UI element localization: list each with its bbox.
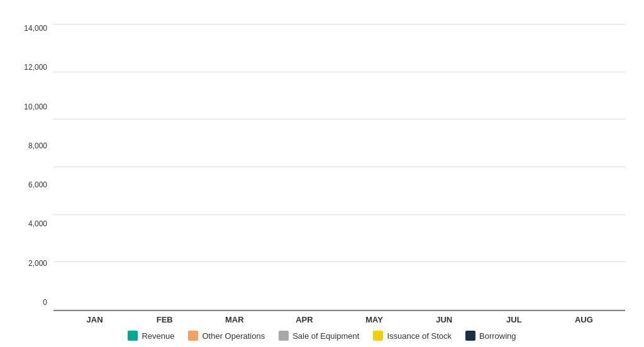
y-axis-label: 0 [43,298,47,307]
legend-item: Sale of Equipment [279,331,359,341]
x-axis-label: APR [282,315,326,324]
legend-item: Other Operations [188,331,265,341]
y-axis-label: 14,000 [24,24,47,33]
x-axis-label: JUL [492,315,536,324]
y-axis-label: 8,000 [28,141,47,150]
legend: RevenueOther OperationsSale of Equipment… [128,331,516,341]
legend-color-issuance_of_stock [373,331,383,341]
y-axis-label: 2,000 [28,259,47,268]
chart-container: 14,00012,00010,0008,0006,0004,0002,0000 … [0,0,644,347]
x-axis-label: FEB [143,315,187,324]
x-axis-label: MAY [352,315,396,324]
legend-item: Borrowing [465,331,516,341]
x-axis-label: JUN [422,315,466,324]
legend-item: Revenue [128,331,174,341]
y-axis-label: 4,000 [28,219,47,228]
y-axis-label: 12,000 [24,63,47,72]
x-axis-label: JAN [73,315,117,324]
legend-color-other_operations [188,331,198,341]
legend-label: Borrowing [479,331,516,341]
y-axis: 14,00012,00010,0008,0006,0004,0002,0000 [19,24,53,324]
x-labels: JANFEBMARAPRMAYJUNJULAUG [53,311,625,324]
legend-color-revenue [128,331,138,341]
chart-area: 14,00012,00010,0008,0006,0004,0002,0000 … [19,24,625,324]
legend-item: Issuance of Stock [373,331,452,341]
x-axis-label: AUG [562,315,606,324]
legend-label: Issuance of Stock [387,331,452,341]
chart-inner: JANFEBMARAPRMAYJUNJULAUG [53,24,625,324]
legend-color-sale_of_equipment [279,331,289,341]
x-axis-label: MAR [213,315,257,324]
y-axis-label: 6,000 [28,180,47,189]
legend-label: Other Operations [202,331,265,341]
legend-label: Revenue [142,331,174,341]
legend-label: Sale of Equipment [292,331,359,341]
y-axis-label: 10,000 [24,102,47,111]
legend-color-borrowing [465,331,475,341]
bars-area [53,24,625,311]
